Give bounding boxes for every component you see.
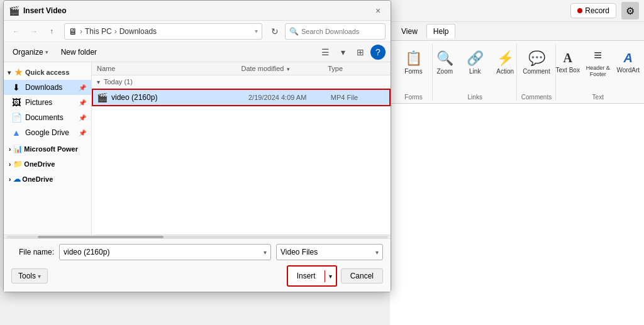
powerpoint-icon: 📊: [13, 145, 23, 153]
record-label: Record: [585, 6, 609, 15]
onedrive2-item[interactable]: › ☁ OneDrive: [4, 173, 91, 185]
sidebar: ▾ ★ Quick access ⬇ Downloads 📌 🖼 Picture…: [4, 62, 92, 234]
onedrive1-chevron-icon: ›: [9, 161, 11, 168]
ribbon-content: 📋 Forms Forms 🔍 Zoom 🔗 Link ⚡ Action Lin…: [390, 41, 644, 104]
documents-icon: 📄: [11, 113, 21, 123]
search-input[interactable]: [301, 28, 381, 35]
wordart-icon: A: [624, 51, 633, 65]
filename-input[interactable]: video (2160p) ▾: [59, 244, 271, 260]
help-info-button[interactable]: ?: [370, 45, 386, 60]
pictures-icon: 🖼: [11, 97, 21, 107]
dialog-main: ▾ ★ Quick access ⬇ Downloads 📌 🖼 Picture…: [4, 62, 391, 234]
onedrive1-item[interactable]: › 📁 OneDrive: [4, 158, 91, 170]
onedrive-section2: › ☁ OneDrive: [4, 173, 91, 185]
sidebar-item-downloads[interactable]: ⬇ Downloads 📌: [4, 80, 91, 95]
sidebar-item-google-drive[interactable]: ▲ Google Drive 📌: [4, 125, 91, 140]
forms-button[interactable]: 📋 Forms: [400, 43, 428, 81]
wordart-button[interactable]: A WordArt: [614, 43, 642, 81]
quick-access-section: ▾ ★ Quick access ⬇ Downloads 📌 🖼 Picture…: [4, 65, 91, 140]
path-computer-icon: 🖥: [69, 26, 77, 36]
tools-dropdown-icon: ▾: [38, 273, 41, 280]
onedrive-section1: › 📁 OneDrive: [4, 158, 91, 170]
insert-button[interactable]: Insert ▾: [287, 265, 337, 287]
col-name-header[interactable]: Name: [97, 65, 242, 72]
comment-icon: 💬: [528, 50, 545, 67]
nav-forward-button[interactable]: →: [26, 24, 42, 39]
onedrive2-icon: ☁: [13, 175, 21, 184]
refresh-button[interactable]: ↻: [267, 24, 282, 39]
quick-access-header[interactable]: ▾ ★ Quick access: [4, 65, 91, 80]
filetype-dropdown-icon: ▾: [375, 249, 379, 256]
microsoft-power-item[interactable]: › 📊 Microsoft Power: [4, 143, 91, 155]
filename-row: File name: video (2160p) ▾ Video Files ▾: [11, 244, 383, 260]
view-controls: ☰ ▾ ⊞ ?: [318, 45, 386, 60]
path-thispc: This PC: [85, 27, 112, 36]
organize-chevron-icon: ▾: [45, 49, 48, 55]
video-file-icon: 🎬: [97, 92, 108, 102]
horizontal-scrollbar[interactable]: [4, 234, 391, 238]
record-button[interactable]: Record: [570, 3, 616, 18]
scrollbar-track: [6, 236, 388, 238]
sidebar-item-documents[interactable]: 📄 Documents 📌: [4, 110, 91, 125]
dialog-title-icon: 🎬: [9, 6, 19, 16]
file-group-today: ▾ Today (1): [92, 75, 391, 89]
dialog-close-button[interactable]: ×: [370, 3, 386, 18]
file-date-label: 2/19/2024 4:09 AM: [248, 94, 331, 101]
file-type-label: MP4 File: [331, 94, 386, 101]
pictures-pin-icon: 📌: [79, 99, 86, 106]
action-icon: ⚡: [497, 50, 514, 67]
file-list-header: Name Date modified ▾ Type: [92, 62, 391, 75]
forms-icon: 📋: [405, 50, 422, 67]
comment-button[interactable]: 💬 Comment: [523, 43, 550, 81]
tab-view[interactable]: View: [395, 25, 424, 38]
microsoft-power-section: › 📊 Microsoft Power: [4, 143, 91, 155]
view-grid-button[interactable]: ⊞: [353, 45, 368, 60]
ribbon-group-text: A Text Box ≡ Header & Footer A WordArt T…: [557, 43, 640, 101]
link-icon: 🔗: [467, 50, 484, 67]
search-bar[interactable]: 🔍: [285, 23, 386, 40]
textbox-button[interactable]: A Text Box: [554, 43, 582, 81]
dialog-titlebar: 🎬 Insert Video ×: [4, 1, 391, 21]
dialog-title: Insert Video: [23, 6, 370, 15]
cancel-button[interactable]: Cancel: [341, 268, 383, 284]
link-button[interactable]: 🔗 Link: [461, 43, 489, 81]
google-drive-pin-icon: 📌: [79, 129, 86, 136]
ribbon-extra-btn[interactable]: ⚙: [621, 2, 639, 19]
ribbon-group-comments: 💬 Comment Comments: [518, 43, 556, 101]
nav-up-button[interactable]: ↑: [44, 24, 59, 39]
tools-button[interactable]: Tools ▾: [11, 268, 48, 284]
record-dot-icon: [577, 8, 582, 13]
search-icon: 🔍: [289, 27, 299, 36]
onedrive2-chevron-icon: ›: [9, 176, 11, 183]
scrollbar-thumb[interactable]: [38, 236, 164, 238]
google-drive-icon: ▲: [11, 128, 21, 138]
ribbon-top-bar: Record ⚙: [390, 0, 644, 22]
col-date-header[interactable]: Date modified ▾: [242, 65, 328, 72]
ribbon-tab-bar: View Help: [390, 22, 644, 41]
zoom-icon: 🔍: [436, 50, 453, 67]
file-row-video[interactable]: 🎬 video (2160p) 2/19/2024 4:09 AM MP4 Fi…: [92, 89, 391, 106]
sidebar-item-pictures[interactable]: 🖼 Pictures 📌: [4, 95, 91, 110]
header-footer-button[interactable]: ≡ Header & Footer: [584, 43, 612, 81]
new-folder-button[interactable]: New folder: [57, 46, 101, 58]
path-bar[interactable]: 🖥 › This PC › Downloads ▾: [64, 23, 262, 40]
ribbon-group-links: 🔍 Zoom 🔗 Link ⚡ Action Links: [434, 43, 517, 101]
filename-label: File name:: [11, 248, 54, 256]
action-ribbon-button[interactable]: ⚡ Action: [491, 43, 519, 81]
path-dropdown-icon[interactable]: ▾: [255, 28, 258, 35]
insert-dropdown-icon[interactable]: ▾: [325, 270, 336, 282]
zoom-button[interactable]: 🔍 Zoom: [431, 43, 458, 81]
view-dropdown-button[interactable]: ▾: [335, 45, 350, 60]
view-list-button[interactable]: ☰: [318, 45, 333, 60]
filetype-select[interactable]: Video Files ▾: [276, 244, 383, 260]
col-type-header[interactable]: Type: [328, 65, 386, 72]
tab-help[interactable]: Help: [426, 24, 456, 38]
microsoft-power-chevron-icon: ›: [9, 146, 11, 153]
organize-bar: Organize ▾ New folder ☰ ▾ ⊞ ?: [4, 42, 391, 62]
insert-video-dialog: 🎬 Insert Video × ← → ↑ 🖥 › This PC › Dow…: [3, 0, 391, 292]
file-name-label: video (2160p): [111, 93, 248, 102]
organize-button[interactable]: Organize ▾: [9, 46, 52, 58]
nav-back-button[interactable]: ←: [9, 24, 24, 39]
insert-button-label: Insert: [288, 269, 325, 283]
buttons-row: Tools ▾ Insert ▾ Cancel: [11, 265, 383, 287]
